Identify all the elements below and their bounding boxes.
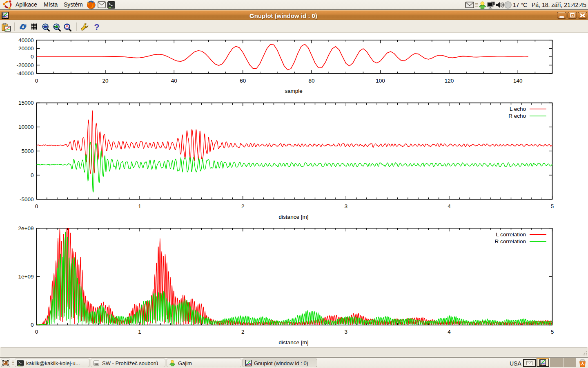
svg-text:0: 0	[35, 203, 38, 209]
svg-text:4: 4	[448, 329, 451, 335]
svg-text:1: 1	[138, 329, 141, 335]
svg-text:0: 0	[31, 322, 34, 328]
svg-text:1: 1	[138, 203, 141, 209]
svg-text:40000: 40000	[18, 37, 34, 43]
svg-text:sample: sample	[285, 88, 303, 94]
svg-text:R correlation: R correlation	[494, 238, 526, 245]
svg-text:3: 3	[345, 203, 348, 209]
svg-text:10000: 10000	[18, 124, 34, 130]
svg-text:L correlation: L correlation	[496, 231, 526, 238]
svg-text:140: 140	[513, 78, 523, 84]
svg-text:0: 0	[35, 78, 38, 84]
svg-text:R echo: R echo	[508, 113, 526, 119]
svg-text:5: 5	[551, 203, 554, 209]
svg-text:5000: 5000	[21, 148, 33, 154]
svg-text:2e+09: 2e+09	[18, 225, 34, 231]
svg-text:-40000: -40000	[16, 70, 33, 76]
svg-text:5: 5	[551, 329, 554, 335]
svg-text:20000: 20000	[18, 45, 34, 52]
svg-text:80: 80	[309, 78, 315, 84]
svg-text:15000: 15000	[18, 100, 34, 106]
svg-text:0: 0	[31, 54, 34, 60]
svg-text:60: 60	[240, 78, 246, 84]
svg-text:-5000: -5000	[20, 196, 34, 202]
svg-text:-20000: -20000	[16, 62, 33, 68]
svg-text:0: 0	[31, 172, 34, 178]
svg-text:distance [m]: distance [m]	[279, 339, 309, 346]
svg-text:40: 40	[171, 78, 177, 84]
svg-text:1e+09: 1e+09	[18, 274, 34, 280]
svg-text:0: 0	[35, 329, 38, 335]
svg-text:2: 2	[241, 203, 245, 209]
svg-text:2: 2	[241, 329, 245, 335]
svg-text:20: 20	[102, 78, 108, 84]
svg-text:3: 3	[345, 329, 348, 335]
svg-text:100: 100	[376, 78, 385, 84]
svg-text:4: 4	[448, 203, 451, 209]
svg-text:L echo: L echo	[510, 106, 526, 112]
svg-text:distance [m]: distance [m]	[279, 214, 309, 220]
svg-text:120: 120	[445, 78, 454, 84]
